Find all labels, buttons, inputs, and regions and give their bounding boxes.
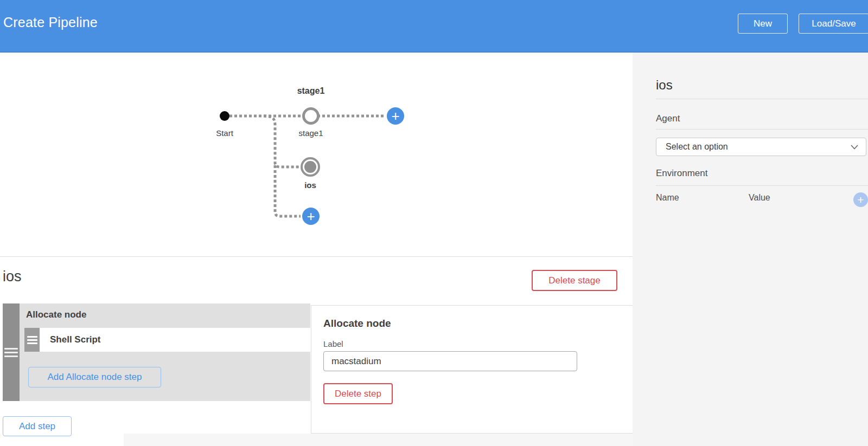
delete-step-button[interactable]: Delete step bbox=[323, 383, 393, 404]
step-detail-card: Allocate node Label Delete step bbox=[311, 305, 633, 434]
drag-handle-icon bbox=[4, 347, 18, 358]
load-save-button[interactable]: Load/Save bbox=[799, 14, 868, 34]
step-label: Shell Script bbox=[50, 334, 101, 345]
divider bbox=[0, 256, 633, 257]
main-panel: + + Start stage1 stage1 ios ios Delete s… bbox=[0, 53, 633, 446]
divider bbox=[656, 129, 868, 130]
new-button[interactable]: New bbox=[738, 14, 788, 34]
stage-editor-title: ios bbox=[3, 268, 22, 285]
stage-name-field[interactable]: ios bbox=[656, 77, 673, 93]
label-field-label: Label bbox=[323, 339, 343, 348]
add-step-button[interactable]: Add step bbox=[3, 416, 72, 436]
stage1-node[interactable] bbox=[302, 107, 320, 125]
steps-panel: Allocate node Shell Script Add Allocate … bbox=[3, 303, 310, 401]
pipeline-editor: Create Pipeline New Load/Save + + Start … bbox=[0, 0, 868, 446]
label-input[interactable] bbox=[323, 351, 577, 371]
drag-handle-icon bbox=[27, 335, 37, 345]
steps-panel-drag-handle[interactable] bbox=[3, 303, 20, 401]
stage-column-title: stage1 bbox=[278, 86, 343, 96]
add-child-step-button[interactable]: Add Allocate node step bbox=[28, 367, 161, 387]
agent-select-dropdown[interactable]: Select an option bbox=[656, 138, 866, 156]
environment-section-label: Environment bbox=[656, 168, 707, 179]
agent-select-value: Select an option bbox=[666, 142, 728, 152]
env-value-column-header: Value bbox=[749, 193, 770, 203]
start-node bbox=[220, 111, 229, 121]
add-parallel-branch-plus-icon[interactable]: + bbox=[302, 208, 320, 225]
chevron-down-icon bbox=[851, 145, 858, 150]
step-list-item[interactable]: Shell Script bbox=[24, 328, 310, 352]
env-name-column-header: Name bbox=[656, 193, 679, 203]
step-detail-title: Allocate node bbox=[323, 318, 391, 329]
delete-stage-button[interactable]: Delete stage bbox=[532, 270, 617, 291]
divider bbox=[656, 99, 868, 99]
pipeline-graph-connectors bbox=[0, 53, 633, 256]
agent-section-label: Agent bbox=[656, 113, 680, 124]
divider bbox=[656, 185, 868, 186]
start-node-label: Start bbox=[192, 128, 257, 138]
page-title: Create Pipeline bbox=[3, 15, 98, 30]
app-header: Create Pipeline New Load/Save bbox=[0, 0, 868, 53]
stage1-node-label: stage1 bbox=[278, 128, 343, 138]
step-drag-handle[interactable] bbox=[24, 328, 40, 352]
ios-node-label: ios bbox=[278, 180, 343, 190]
steps-panel-header: Allocate node bbox=[26, 309, 86, 320]
ios-node-core bbox=[304, 161, 316, 173]
add-stage-plus-icon[interactable]: + bbox=[387, 107, 404, 125]
add-environment-variable-plus-icon[interactable]: + bbox=[853, 192, 868, 207]
stage-config-sidebar: ios Agent Select an option Environment N… bbox=[633, 53, 868, 446]
page-bottom-strip bbox=[124, 434, 633, 446]
